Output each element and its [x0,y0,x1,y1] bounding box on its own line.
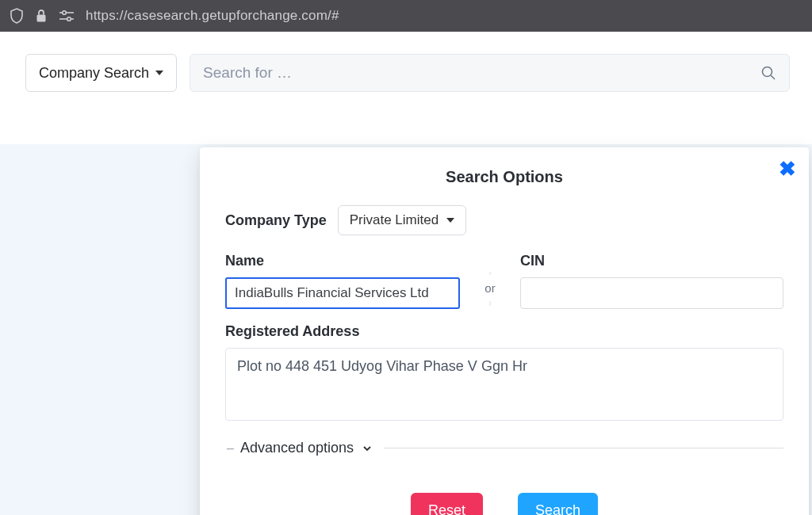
caret-down-icon [155,71,163,75]
caret-down-icon [446,218,454,223]
registered-address-label: Registered Address [225,323,783,340]
company-search-dropdown[interactable]: Company Search [25,54,177,92]
toolbar: Company Search [25,54,790,92]
close-icon[interactable]: ✖ [779,157,796,181]
url-text[interactable]: https://casesearch.getupforchange.com/# [86,8,339,24]
browser-address-bar: https://casesearch.getupforchange.com/# [0,0,812,32]
search-icon[interactable] [760,65,776,81]
global-search-input[interactable] [203,64,760,82]
company-search-label: Company Search [39,65,149,82]
search-button[interactable]: Search [518,493,598,515]
global-search-bar[interactable] [190,54,790,92]
advanced-options-label: Advanced options [240,440,354,456]
reset-button[interactable]: Reset [411,493,483,515]
svg-rect-0 [37,15,46,22]
chevron-down-icon [362,443,373,454]
name-input[interactable] [225,277,460,309]
settings-sliders-icon[interactable] [59,9,75,23]
cin-label: CIN [520,253,783,269]
company-type-label: Company Type [225,212,327,229]
company-type-value: Private Limited [350,212,439,228]
dash-icon: – [227,441,234,456]
svg-point-4 [67,17,71,21]
panel-title: Search Options [225,168,783,186]
cin-input[interactable] [520,277,783,309]
shield-icon[interactable] [10,8,24,24]
advanced-options-toggle[interactable]: – Advanced options [225,440,783,456]
divider-line [384,448,783,448]
name-label: Name [225,253,460,269]
company-type-select[interactable]: Private Limited [338,205,466,235]
svg-point-5 [763,67,772,77]
lock-icon[interactable] [35,9,48,23]
search-options-panel: ✖ Search Options Company Type Private Li… [200,147,809,515]
registered-address-input[interactable] [225,348,783,421]
or-label: or [477,275,503,301]
svg-point-2 [63,11,67,15]
svg-line-6 [771,75,775,79]
